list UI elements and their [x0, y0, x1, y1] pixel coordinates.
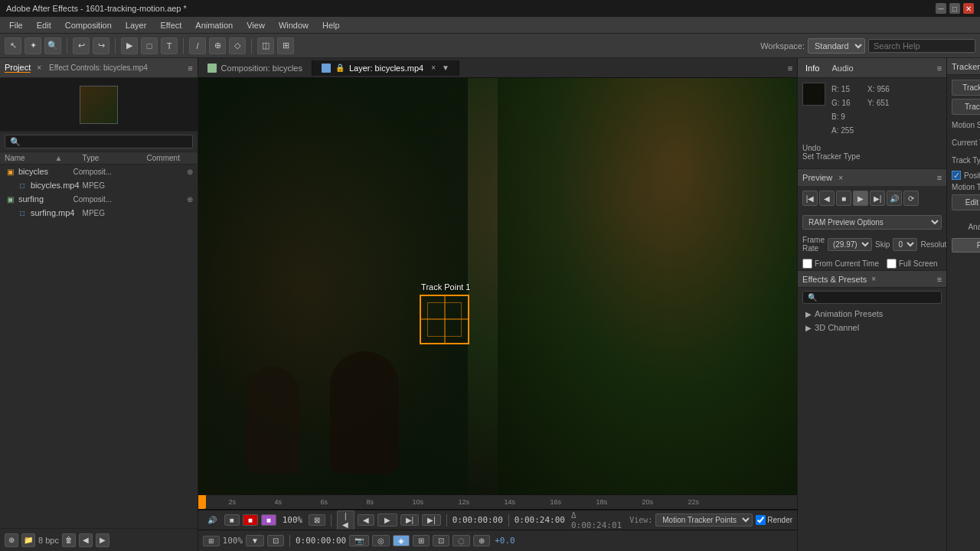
vc2-layer-icon[interactable]: ⊡: [267, 535, 284, 546]
preview-audio[interactable]: 🔊: [887, 191, 902, 206]
preview-stop[interactable]: ■: [836, 191, 851, 206]
menu-window[interactable]: Window: [273, 19, 315, 31]
vc-prev-frame[interactable]: ◀: [358, 514, 374, 526]
tool-undo[interactable]: ↩: [73, 37, 90, 54]
vc-tool-2[interactable]: ■: [243, 514, 258, 526]
tool-eraser[interactable]: ◇: [229, 37, 246, 54]
comp-tab-dropdown-icon[interactable]: ▼: [442, 64, 449, 72]
project-tab[interactable]: Project: [5, 63, 31, 73]
menu-edit[interactable]: Edit: [31, 19, 57, 31]
from-current-checkbox-label[interactable]: From Current Time: [802, 259, 879, 269]
menu-layer[interactable]: Layer: [119, 19, 153, 31]
vc2-snap[interactable]: ⊡: [433, 535, 449, 546]
preview-prev-frame[interactable]: ◀: [819, 191, 835, 206]
preview-loop[interactable]: ⟳: [903, 191, 919, 206]
tool-clone[interactable]: ⊕: [209, 37, 226, 54]
panel-menu-button[interactable]: ≡: [188, 64, 192, 73]
track-point-box[interactable]: Track Point 1: [420, 295, 469, 344]
render-checkbox[interactable]: [756, 515, 766, 525]
vc2-motion-blur[interactable]: ◌: [452, 535, 470, 546]
vc2-camera[interactable]: 📷: [349, 535, 369, 546]
tool-rect[interactable]: □: [141, 37, 158, 54]
project-item-surfing-mp4[interactable]: □ surfing.mp4 MPEG: [0, 206, 198, 220]
full-screen-checkbox[interactable]: [887, 259, 897, 269]
skip-dropdown[interactable]: 0: [893, 238, 917, 251]
close-button[interactable]: ✕: [963, 3, 974, 14]
edit-target-button[interactable]: Edit Target...: [952, 194, 980, 210]
effects-search-input[interactable]: [802, 291, 942, 304]
effects-presets-menu[interactable]: ≡: [937, 275, 942, 284]
ep-item-animation-presets[interactable]: ▶ Animation Presets: [798, 307, 946, 321]
from-current-checkbox[interactable]: [802, 259, 812, 269]
tracker-tab[interactable]: Tracker: [952, 62, 980, 71]
vc-next-frame[interactable]: ▶|: [400, 514, 420, 526]
info-panel-menu[interactable]: ≡: [937, 64, 942, 73]
audio-tab[interactable]: Audio: [828, 62, 856, 74]
tool-zoom[interactable]: 🔍: [44, 37, 61, 54]
next-item-button[interactable]: ▶: [96, 533, 109, 547]
vc-go-start[interactable]: |◀: [337, 510, 354, 530]
full-screen-checkbox-label[interactable]: Full Screen: [887, 259, 938, 269]
track-camera-button[interactable]: Track Camera: [952, 80, 980, 96]
menu-view[interactable]: View: [240, 19, 271, 31]
trash-button[interactable]: 🗑: [62, 533, 76, 547]
effects-presets-tab[interactable]: Effects & Presets: [802, 275, 867, 284]
search-help-input[interactable]: [868, 39, 975, 53]
tool-select[interactable]: ↖: [5, 37, 21, 54]
tool-render[interactable]: ▶: [121, 37, 138, 54]
menu-file[interactable]: File: [3, 19, 29, 31]
menu-composition[interactable]: Composition: [59, 19, 118, 31]
preview-panel-menu[interactable]: ≡: [937, 173, 942, 182]
preview-tab-close[interactable]: ×: [838, 174, 843, 182]
tool-redo[interactable]: ↪: [93, 37, 109, 54]
vc-tool-1[interactable]: ■: [224, 514, 240, 526]
minimize-button[interactable]: ─: [936, 3, 946, 14]
tool-text[interactable]: T: [161, 37, 178, 54]
comp-tab-layer-close[interactable]: ×: [431, 64, 436, 72]
preview-play[interactable]: ▶: [853, 191, 868, 206]
comp-tab-bicycles[interactable]: Composition: bicycles: [198, 60, 312, 76]
project-search-input[interactable]: [5, 135, 193, 148]
tool-brush[interactable]: /: [189, 37, 206, 54]
frame-rate-dropdown[interactable]: (29.97): [828, 238, 872, 251]
vc-fit-button[interactable]: ⊠: [309, 514, 325, 526]
reset-button[interactable]: Reset: [952, 238, 980, 253]
project-item-bicycles-mp4[interactable]: □ bicycles.mp4 MPEG: [0, 178, 198, 192]
vc2-btn-1[interactable]: ⊞: [203, 536, 220, 546]
vc2-dropdown[interactable]: ▼: [246, 535, 264, 546]
ep-item-3d-channel[interactable]: ▶ 3D Channel: [798, 321, 946, 334]
tool-pen[interactable]: ✦: [24, 37, 41, 54]
position-checkbox[interactable]: ✓: [952, 171, 961, 180]
tool-pin[interactable]: ⊞: [277, 37, 294, 54]
maximize-button[interactable]: □: [949, 3, 960, 14]
vc2-view-btn[interactable]: ◎: [372, 535, 390, 546]
info-tab[interactable]: Info: [802, 62, 822, 74]
vc2-color-btn[interactable]: ◈: [393, 535, 410, 546]
preview-tab[interactable]: Preview: [802, 173, 832, 182]
menu-animation[interactable]: Animation: [189, 19, 239, 31]
vc2-transform[interactable]: ⊕: [473, 535, 490, 546]
menu-help[interactable]: Help: [316, 19, 346, 31]
new-comp-button[interactable]: ⊕: [5, 533, 18, 547]
audio-button[interactable]: 🔊: [203, 515, 221, 525]
folder-button[interactable]: 📁: [21, 533, 35, 547]
vc-go-end[interactable]: ▶|: [422, 514, 441, 526]
prev-item-button[interactable]: ◀: [79, 533, 93, 547]
comp-tab-layer[interactable]: 🔒 Layer: bicycles.mp4 × ▼: [312, 60, 459, 76]
panel-menu-btn-comp[interactable]: ≡: [783, 64, 797, 73]
workspace-select[interactable]: Standard: [808, 38, 865, 54]
track-motion-button[interactable]: Track Motion: [952, 99, 980, 115]
effects-presets-close[interactable]: ×: [871, 275, 876, 283]
ram-preview-dropdown[interactable]: RAM Preview Options: [802, 215, 942, 230]
vc2-grid[interactable]: ⊞: [413, 535, 430, 546]
preview-next-frame[interactable]: ▶|: [870, 191, 885, 206]
preview-go-start[interactable]: |◀: [802, 191, 818, 206]
project-item-surfing[interactable]: ▣ surfing Composit... ⊕: [0, 192, 198, 206]
tool-roto[interactable]: ◫: [257, 37, 274, 54]
menu-effect[interactable]: Effect: [154, 19, 188, 31]
project-tab-close[interactable]: ×: [37, 64, 41, 72]
vc-tool-3[interactable]: ■: [261, 514, 276, 526]
project-item-bicycles[interactable]: ▣ bicycles Composit... ⊕: [0, 165, 198, 178]
view-dropdown[interactable]: Motion Tracker Points: [655, 514, 753, 527]
vc-play-button[interactable]: ▶: [377, 514, 397, 527]
